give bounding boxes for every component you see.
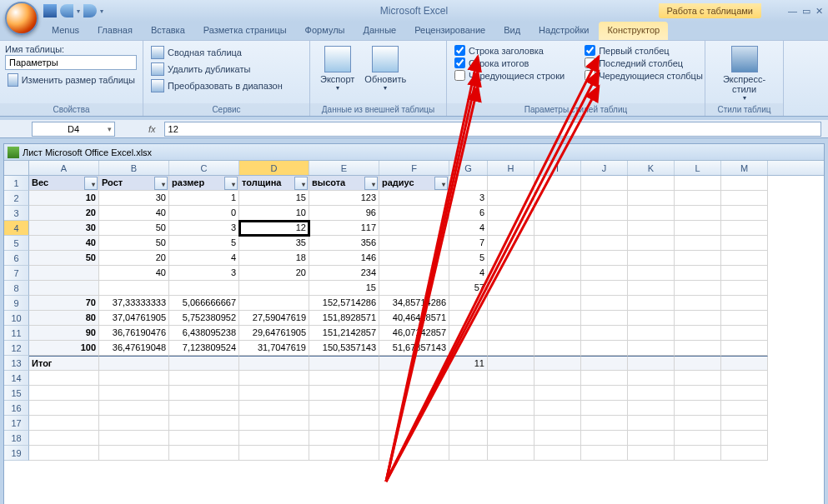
cell[interactable] [309, 401, 379, 416]
cell[interactable] [488, 251, 534, 266]
cell[interactable] [721, 446, 768, 461]
cell[interactable] [721, 326, 768, 341]
cell[interactable] [29, 431, 99, 446]
cell[interactable] [29, 416, 99, 431]
cell[interactable] [488, 296, 534, 311]
pivot-table-button[interactable]: Сводная таблица [148, 44, 304, 61]
cell[interactable] [169, 281, 239, 296]
cell[interactable] [99, 281, 169, 296]
cell[interactable] [29, 266, 99, 281]
row-header[interactable]: 6 [4, 251, 29, 266]
banded-rows-checkbox[interactable]: Чередующиеся строки [452, 69, 567, 82]
tab-главная[interactable]: Главная [89, 22, 141, 40]
cell[interactable] [239, 356, 309, 371]
row-header[interactable]: 5 [4, 236, 29, 251]
cell[interactable] [169, 431, 239, 446]
col-header-A[interactable]: A [29, 161, 99, 175]
cell[interactable] [449, 341, 488, 356]
cell[interactable]: 80 [29, 311, 99, 326]
table-name-input[interactable] [5, 55, 137, 70]
row-header[interactable]: 2 [4, 191, 29, 206]
cell[interactable] [488, 401, 534, 416]
cell[interactable] [379, 191, 449, 206]
cell[interactable]: 30 [99, 191, 169, 206]
cell[interactable]: 18 [239, 251, 309, 266]
cell[interactable] [99, 371, 169, 386]
row-header[interactable]: 17 [4, 416, 29, 431]
row-header[interactable]: 11 [4, 326, 29, 341]
cell[interactable] [675, 236, 721, 251]
cell[interactable] [581, 446, 628, 461]
cell[interactable] [675, 281, 721, 296]
cell[interactable]: 12 [239, 221, 309, 236]
cell[interactable] [449, 446, 488, 461]
cell[interactable]: 4 [169, 251, 239, 266]
cell[interactable] [449, 386, 488, 401]
cell[interactable] [581, 326, 628, 341]
cell[interactable] [581, 371, 628, 386]
cell[interactable] [581, 266, 628, 281]
cell[interactable] [29, 401, 99, 416]
cell[interactable] [239, 446, 309, 461]
row-header[interactable]: 12 [4, 341, 29, 356]
cell[interactable] [534, 191, 581, 206]
cell[interactable] [721, 221, 768, 236]
cell[interactable]: 5,066666667 [169, 296, 239, 311]
cell[interactable] [534, 356, 581, 371]
cell[interactable] [309, 431, 379, 446]
export-button[interactable]: Экспорт▾ [315, 44, 359, 93]
cell[interactable] [488, 206, 534, 221]
cell[interactable] [675, 206, 721, 221]
cell[interactable] [675, 326, 721, 341]
cell[interactable] [675, 266, 721, 281]
cell[interactable] [628, 446, 675, 461]
cell[interactable] [721, 431, 768, 446]
cell[interactable] [488, 356, 534, 371]
cell[interactable] [379, 371, 449, 386]
cell[interactable] [675, 251, 721, 266]
cell[interactable] [675, 416, 721, 431]
cell[interactable] [628, 326, 675, 341]
cell[interactable] [628, 191, 675, 206]
cell[interactable] [581, 236, 628, 251]
cell[interactable] [534, 206, 581, 221]
cell[interactable] [379, 356, 449, 371]
row-header[interactable]: 1 [4, 176, 29, 191]
cell[interactable] [628, 266, 675, 281]
cell[interactable] [721, 311, 768, 326]
cell[interactable] [534, 431, 581, 446]
cell[interactable] [488, 191, 534, 206]
cell[interactable]: 150,5357143 [309, 341, 379, 356]
row-header[interactable]: 9 [4, 296, 29, 311]
cell[interactable] [628, 356, 675, 371]
cell[interactable] [675, 191, 721, 206]
cell[interactable]: 146 [309, 251, 379, 266]
convert-range-button[interactable]: Преобразовать в диапазон [148, 77, 304, 94]
col-header-E[interactable]: E [309, 161, 379, 175]
row-header[interactable]: 3 [4, 206, 29, 221]
save-icon[interactable] [43, 4, 57, 17]
cell[interactable] [449, 326, 488, 341]
cell[interactable] [29, 371, 99, 386]
cell[interactable] [488, 416, 534, 431]
cell[interactable] [721, 206, 768, 221]
cell[interactable] [721, 281, 768, 296]
banded-cols-checkbox[interactable]: Чередующиеся столбцы [582, 69, 705, 82]
row-header[interactable]: 7 [4, 266, 29, 281]
cell[interactable] [449, 311, 488, 326]
cell[interactable] [29, 386, 99, 401]
cell[interactable] [99, 401, 169, 416]
cell[interactable] [628, 401, 675, 416]
cell[interactable]: 90 [29, 326, 99, 341]
cell[interactable] [581, 311, 628, 326]
col-header-H[interactable]: H [488, 161, 534, 175]
qat-customize[interactable]: ▾ [100, 7, 103, 15]
cell[interactable] [239, 416, 309, 431]
col-header-F[interactable]: F [379, 161, 449, 175]
cell[interactable] [29, 281, 99, 296]
cell[interactable] [488, 311, 534, 326]
cell[interactable] [534, 371, 581, 386]
cell[interactable]: 4 [449, 221, 488, 236]
cell[interactable] [628, 176, 675, 191]
cell[interactable] [581, 221, 628, 236]
